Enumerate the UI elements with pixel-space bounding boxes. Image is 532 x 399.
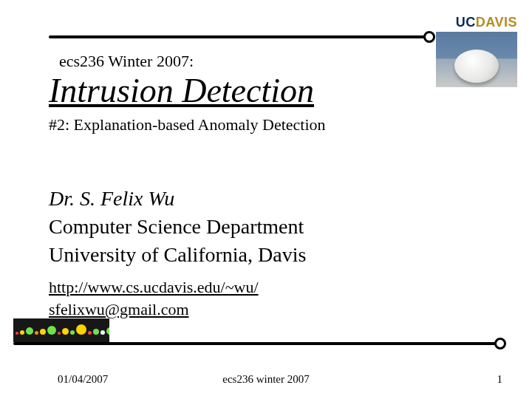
footer-page-number: 1	[497, 373, 503, 386]
bottom-rule	[13, 342, 501, 345]
author-email: sfelixwu@gmail.com	[49, 299, 259, 321]
author-name: Dr. S. Felix Wu	[49, 185, 306, 213]
author-univ: University of California, Davis	[49, 241, 306, 269]
author-url: http://www.cs.ucdavis.edu/~wu/	[49, 276, 259, 299]
affiliation-block: Dr. S. Felix Wu Computer Science Departm…	[49, 185, 306, 268]
ucdavis-logo: UCDAVIS	[436, 15, 517, 87]
top-rule	[49, 35, 430, 38]
campus-photo	[436, 32, 517, 87]
footer-center: ecs236 winter 2007	[0, 373, 532, 386]
logo-davis-text: DAVIS	[476, 15, 517, 30]
author-dept: Computer Science Department	[49, 213, 306, 241]
page-title: Intrusion Detection	[49, 74, 314, 108]
egghead-sculpture-icon	[454, 50, 499, 83]
course-label: ecs236 Winter 2007:	[59, 52, 194, 71]
links-block: http://www.cs.ucdavis.edu/~wu/ sfelixwu@…	[49, 276, 259, 320]
logo-uc-text: UC	[456, 15, 476, 30]
rule-dot	[423, 31, 435, 43]
logo-wordmark: UCDAVIS	[436, 15, 517, 30]
rule-dot	[494, 338, 506, 349]
page-subtitle: #2: Explanation-based Anomaly Detection	[49, 115, 326, 134]
decorative-chart-thumbnail	[13, 318, 109, 342]
